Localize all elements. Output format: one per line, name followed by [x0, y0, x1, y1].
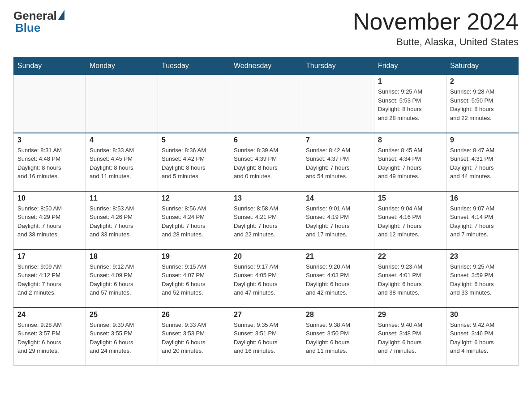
calendar-cell: 28Sunrise: 9:38 AM Sunset: 3:50 PM Dayli… — [302, 308, 374, 366]
day-number: 8 — [378, 136, 442, 144]
calendar-week-row: 1Sunrise: 9:25 AM Sunset: 5:53 PM Daylig… — [14, 75, 519, 133]
weekday-header-tuesday: Tuesday — [158, 57, 230, 75]
day-number: 2 — [450, 77, 515, 86]
day-number: 29 — [378, 311, 442, 319]
day-number: 25 — [90, 311, 154, 319]
day-info: Sunrise: 9:28 AM Sunset: 5:50 PM Dayligh… — [450, 87, 515, 122]
month-title: November 2024 — [353, 9, 519, 34]
day-number: 13 — [234, 194, 298, 202]
weekday-header-sunday: Sunday — [14, 57, 86, 75]
day-info: Sunrise: 9:42 AM Sunset: 3:46 PM Dayligh… — [450, 321, 515, 355]
day-number: 6 — [234, 136, 298, 144]
calendar-cell: 26Sunrise: 9:33 AM Sunset: 3:53 PM Dayli… — [158, 308, 230, 366]
calendar-cell: 24Sunrise: 9:28 AM Sunset: 3:57 PM Dayli… — [14, 308, 86, 366]
page-header: General Blue November 2024 Butte, Alaska… — [13, 9, 519, 48]
day-info: Sunrise: 8:50 AM Sunset: 4:29 PM Dayligh… — [17, 204, 82, 239]
calendar-cell — [230, 75, 302, 133]
calendar-cell: 15Sunrise: 9:04 AM Sunset: 4:16 PM Dayli… — [374, 191, 446, 249]
calendar-cell: 12Sunrise: 8:56 AM Sunset: 4:24 PM Dayli… — [158, 191, 230, 249]
calendar-cell: 22Sunrise: 9:23 AM Sunset: 4:01 PM Dayli… — [374, 249, 446, 308]
calendar-cell: 4Sunrise: 8:33 AM Sunset: 4:45 PM Daylig… — [86, 133, 158, 191]
day-number: 3 — [17, 136, 82, 144]
calendar-cell — [302, 75, 374, 133]
day-info: Sunrise: 9:35 AM Sunset: 3:51 PM Dayligh… — [234, 321, 298, 355]
day-info: Sunrise: 8:47 AM Sunset: 4:31 PM Dayligh… — [450, 146, 515, 181]
day-info: Sunrise: 9:20 AM Sunset: 4:03 PM Dayligh… — [306, 262, 370, 297]
day-number: 7 — [306, 136, 370, 144]
day-info: Sunrise: 8:45 AM Sunset: 4:34 PM Dayligh… — [378, 146, 442, 181]
day-info: Sunrise: 9:07 AM Sunset: 4:14 PM Dayligh… — [450, 204, 515, 239]
calendar-cell: 27Sunrise: 9:35 AM Sunset: 3:51 PM Dayli… — [230, 308, 302, 366]
day-number: 12 — [162, 194, 226, 202]
weekday-header-row: SundayMondayTuesdayWednesdayThursdayFrid… — [14, 57, 519, 75]
calendar-cell: 18Sunrise: 9:12 AM Sunset: 4:09 PM Dayli… — [86, 249, 158, 308]
calendar-week-row: 17Sunrise: 9:09 AM Sunset: 4:12 PM Dayli… — [14, 249, 519, 308]
calendar-cell: 17Sunrise: 9:09 AM Sunset: 4:12 PM Dayli… — [14, 249, 86, 308]
day-info: Sunrise: 9:23 AM Sunset: 4:01 PM Dayligh… — [378, 262, 442, 297]
day-number: 9 — [450, 136, 515, 144]
day-info: Sunrise: 9:04 AM Sunset: 4:16 PM Dayligh… — [378, 204, 442, 239]
day-info: Sunrise: 9:17 AM Sunset: 4:05 PM Dayligh… — [234, 262, 298, 297]
weekday-header-friday: Friday — [374, 57, 446, 75]
calendar-cell: 21Sunrise: 9:20 AM Sunset: 4:03 PM Dayli… — [302, 249, 374, 308]
logo-blue-text: Blue — [15, 21, 40, 35]
day-info: Sunrise: 8:31 AM Sunset: 4:48 PM Dayligh… — [17, 146, 82, 181]
location-subtitle: Butte, Alaska, United States — [353, 36, 519, 48]
day-info: Sunrise: 9:15 AM Sunset: 4:07 PM Dayligh… — [162, 262, 226, 297]
day-number: 14 — [306, 194, 370, 202]
calendar-cell: 2Sunrise: 9:28 AM Sunset: 5:50 PM Daylig… — [446, 75, 519, 133]
calendar-cell — [158, 75, 230, 133]
day-number: 15 — [378, 194, 442, 202]
calendar-cell: 23Sunrise: 9:25 AM Sunset: 3:59 PM Dayli… — [446, 249, 519, 308]
day-info: Sunrise: 9:01 AM Sunset: 4:19 PM Dayligh… — [306, 204, 370, 239]
day-number: 4 — [90, 136, 154, 144]
calendar-cell: 8Sunrise: 8:45 AM Sunset: 4:34 PM Daylig… — [374, 133, 446, 191]
weekday-header-thursday: Thursday — [302, 57, 374, 75]
calendar-cell: 25Sunrise: 9:30 AM Sunset: 3:55 PM Dayli… — [86, 308, 158, 366]
day-number: 26 — [162, 311, 226, 319]
day-number: 20 — [234, 253, 298, 261]
day-number: 21 — [306, 253, 370, 261]
weekday-header-monday: Monday — [86, 57, 158, 75]
day-info: Sunrise: 8:33 AM Sunset: 4:45 PM Dayligh… — [90, 146, 154, 181]
calendar-cell: 5Sunrise: 8:36 AM Sunset: 4:42 PM Daylig… — [158, 133, 230, 191]
calendar-cell: 16Sunrise: 9:07 AM Sunset: 4:14 PM Dayli… — [446, 191, 519, 249]
day-info: Sunrise: 9:28 AM Sunset: 3:57 PM Dayligh… — [17, 321, 82, 355]
day-number: 28 — [306, 311, 370, 319]
day-info: Sunrise: 8:53 AM Sunset: 4:26 PM Dayligh… — [90, 204, 154, 239]
day-number: 18 — [90, 253, 154, 261]
day-number: 11 — [90, 194, 154, 202]
calendar-table: SundayMondayTuesdayWednesdayThursdayFrid… — [13, 57, 519, 366]
calendar-cell: 10Sunrise: 8:50 AM Sunset: 4:29 PM Dayli… — [14, 191, 86, 249]
calendar-cell: 20Sunrise: 9:17 AM Sunset: 4:05 PM Dayli… — [230, 249, 302, 308]
day-info: Sunrise: 8:39 AM Sunset: 4:39 PM Dayligh… — [234, 146, 298, 181]
day-number: 24 — [17, 311, 82, 319]
day-number: 30 — [450, 311, 515, 319]
day-number: 10 — [17, 194, 82, 202]
day-info: Sunrise: 9:25 AM Sunset: 3:59 PM Dayligh… — [450, 262, 515, 297]
calendar-cell — [14, 75, 86, 133]
day-number: 5 — [162, 136, 226, 144]
calendar-cell: 14Sunrise: 9:01 AM Sunset: 4:19 PM Dayli… — [302, 191, 374, 249]
day-number: 23 — [450, 253, 515, 261]
day-number: 27 — [234, 311, 298, 319]
calendar-cell: 19Sunrise: 9:15 AM Sunset: 4:07 PM Dayli… — [158, 249, 230, 308]
calendar-cell: 7Sunrise: 8:42 AM Sunset: 4:37 PM Daylig… — [302, 133, 374, 191]
day-info: Sunrise: 8:36 AM Sunset: 4:42 PM Dayligh… — [162, 146, 226, 181]
day-info: Sunrise: 9:09 AM Sunset: 4:12 PM Dayligh… — [17, 262, 82, 297]
calendar-week-row: 3Sunrise: 8:31 AM Sunset: 4:48 PM Daylig… — [14, 133, 519, 191]
day-info: Sunrise: 9:12 AM Sunset: 4:09 PM Dayligh… — [90, 262, 154, 297]
calendar-week-row: 24Sunrise: 9:28 AM Sunset: 3:57 PM Dayli… — [14, 308, 519, 366]
calendar-cell — [86, 75, 158, 133]
day-info: Sunrise: 9:33 AM Sunset: 3:53 PM Dayligh… — [162, 321, 226, 355]
day-info: Sunrise: 8:58 AM Sunset: 4:21 PM Dayligh… — [234, 204, 298, 239]
calendar-cell: 6Sunrise: 8:39 AM Sunset: 4:39 PM Daylig… — [230, 133, 302, 191]
weekday-header-saturday: Saturday — [446, 57, 519, 75]
logo-triangle-icon — [58, 10, 64, 20]
day-info: Sunrise: 9:25 AM Sunset: 5:53 PM Dayligh… — [378, 87, 442, 122]
calendar-cell: 13Sunrise: 8:58 AM Sunset: 4:21 PM Dayli… — [230, 191, 302, 249]
day-info: Sunrise: 8:42 AM Sunset: 4:37 PM Dayligh… — [306, 146, 370, 181]
day-number: 19 — [162, 253, 226, 261]
calendar-cell: 11Sunrise: 8:53 AM Sunset: 4:26 PM Dayli… — [86, 191, 158, 249]
calendar-cell: 29Sunrise: 9:40 AM Sunset: 3:48 PM Dayli… — [374, 308, 446, 366]
